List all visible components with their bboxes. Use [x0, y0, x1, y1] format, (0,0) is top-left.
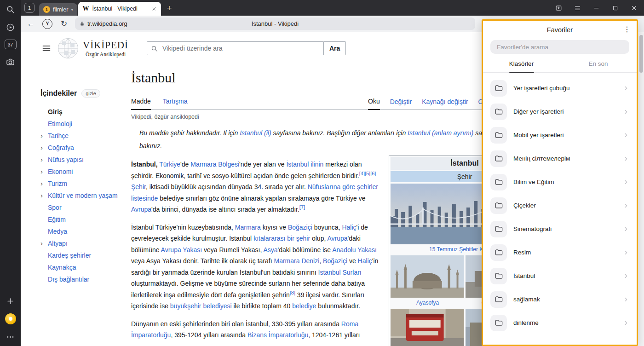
reference-link[interactable]: [8]	[290, 290, 295, 295]
minimize-icon[interactable]	[593, 5, 600, 12]
video-icon[interactable]	[5, 22, 16, 33]
toc-item[interactable]: ›Turizm	[40, 178, 131, 190]
wiki-link[interactable]: Türkiye	[159, 161, 180, 168]
toc-item[interactable]: Medya	[40, 225, 131, 237]
toc-hide-button[interactable]: gizle	[81, 89, 100, 98]
favorites-tab-klasörler[interactable]: Klasörler	[483, 60, 560, 72]
kebab-menu-icon[interactable]: ⋮	[623, 25, 631, 34]
toc-item[interactable]: ›Tarihçe	[40, 130, 131, 142]
toc-expand-icon[interactable]: ›	[40, 239, 43, 247]
toc-item[interactable]: Eğitim	[40, 213, 131, 225]
folder-item[interactable]: Bilim ve Eğitim	[483, 170, 637, 194]
wiki-link[interactable]: Marmara Denizi	[274, 257, 320, 265]
more-options-icon[interactable]	[5, 331, 16, 342]
toc-item[interactable]: ›Ekonomi	[40, 166, 131, 178]
toc-item[interactable]: ›Altyapı	[40, 237, 131, 249]
wiki-link[interactable]: Anadolu Yakası	[332, 246, 377, 254]
wikipedia-globe-logo[interactable]	[58, 38, 79, 59]
tab-counter[interactable]: 1	[24, 3, 34, 13]
active-tab[interactable]: W İstanbul - Vikipedi	[78, 2, 161, 16]
wiki-link[interactable]: belediye	[292, 302, 316, 310]
new-tab-button[interactable]: +	[167, 4, 172, 12]
hamburger-menu-icon[interactable]	[42, 44, 51, 53]
wiki-link[interactable]: İstanbul (anlam ayrımı)	[408, 129, 473, 137]
wiki-link[interactable]: Haliç	[358, 257, 372, 265]
wiki-link[interactable]: İstanbul (il)	[240, 129, 271, 137]
wiki-link[interactable]: Marmara	[235, 224, 261, 231]
page-scrollbar[interactable]	[638, 32, 644, 346]
toc-expand-icon[interactable]: ›	[40, 167, 43, 175]
reference-link[interactable]: [7]	[299, 204, 305, 210]
folder-item[interactable]: İstanbul	[483, 264, 637, 288]
wiki-link[interactable]: Avrupa	[327, 235, 347, 242]
favorites-tab-en-son[interactable]: En son	[560, 60, 637, 72]
toc-item[interactable]: Dış bağlantılar	[40, 273, 131, 285]
wiki-link[interactable]: Bizans İmparatorluğu	[247, 331, 308, 339]
toc-item[interactable]: Kardeş şehirler	[40, 249, 131, 261]
wiki-search-button[interactable]: Ara	[324, 41, 346, 55]
reference-link[interactable]: [4][5][6]	[359, 171, 376, 176]
folder-item[interactable]: Yer işaretleri çubuğu	[483, 76, 637, 100]
back-icon[interactable]: ←	[24, 19, 37, 29]
page-tab-madde[interactable]: Madde	[131, 98, 151, 110]
wiki-link[interactable]: Asya	[263, 246, 277, 254]
page-tab-değiştir[interactable]: Değiştir	[390, 98, 412, 110]
folder-item[interactable]: Mobil yer işaretleri	[483, 123, 637, 147]
wiki-link[interactable]: İstanbul ilinin	[286, 161, 323, 168]
scrollbar-thumb[interactable]	[639, 35, 643, 73]
downloads-icon[interactable]	[555, 5, 562, 12]
tab-group-filmler[interactable]: 1 filmler ▾	[39, 3, 77, 16]
wiki-search-box[interactable]	[147, 41, 324, 55]
toc-item[interactable]: ›Kültür ve modern yaşam	[40, 190, 131, 202]
wiki-link[interactable]: Avrupa	[131, 206, 151, 213]
refresh-icon[interactable]: ↻	[58, 19, 70, 29]
toc-expand-icon[interactable]: ›	[40, 191, 43, 199]
maximize-icon[interactable]	[612, 5, 619, 12]
page-tab-tartışma[interactable]: Tartışma	[163, 98, 188, 110]
folder-item[interactable]: dinlenme	[483, 311, 637, 334]
toc-item[interactable]: Etimoloji	[40, 118, 131, 130]
toc-expand-icon[interactable]: ›	[40, 179, 43, 187]
wiki-link[interactable]: büyükşehir belediyesi	[170, 302, 232, 310]
toc-item[interactable]: Giriş	[40, 106, 131, 118]
wiki-link[interactable]: Boğaziçi	[288, 224, 312, 231]
toc-item[interactable]: Kaynakça	[40, 261, 131, 273]
wiki-link[interactable]: Marmara Bölgesi	[190, 161, 239, 168]
folder-item[interactable]: Sinematografi	[483, 217, 637, 241]
notifications-count-badge[interactable]: 37	[5, 40, 17, 49]
favorites-search[interactable]	[490, 40, 629, 54]
toc-item[interactable]: ›Coğrafya	[40, 142, 131, 154]
wiki-link[interactable]: Şehir	[131, 183, 146, 190]
toc-expand-icon[interactable]: ›	[40, 144, 43, 151]
search-icon[interactable]	[5, 4, 16, 15]
folder-item[interactable]: Çiçekler	[483, 194, 637, 217]
address-bar[interactable]: tr.wikipedia.org İstanbul - Vikipedi	[75, 17, 475, 30]
wiki-search-input[interactable]	[161, 44, 323, 52]
wiki-link[interactable]: Haliç	[342, 224, 356, 231]
wiki-link[interactable]: Boğaziçi	[323, 257, 347, 265]
folder-item[interactable]: sağlamak	[483, 288, 637, 311]
camera-icon[interactable]	[5, 56, 16, 67]
folder-item[interactable]: Менің сілтемелерім	[483, 147, 637, 170]
page-tab-oku[interactable]: Oku	[368, 98, 380, 110]
wiki-link[interactable]: Avrupa Yakası	[161, 246, 202, 254]
infobox-caption-ayasofya[interactable]: Ayasofya	[391, 298, 465, 307]
infobox-image-ayasofya[interactable]	[391, 255, 464, 298]
toc-expand-icon[interactable]: ›	[40, 156, 43, 163]
yandex-button[interactable]: Y	[41, 19, 54, 29]
close-tab-icon[interactable]	[151, 6, 157, 12]
folder-item[interactable]: Resim	[483, 241, 637, 264]
add-panel-icon[interactable]	[5, 295, 16, 306]
toc-item[interactable]: Spor	[40, 202, 131, 213]
folder-item[interactable]: Diğer yer işaretleri	[483, 100, 637, 123]
close-window-icon[interactable]	[631, 5, 638, 12]
wikipedia-wordmark[interactable]: VİKİPEDİ Özgür Ansiklopedi	[83, 40, 128, 57]
page-tab-kaynağı-değiştir[interactable]: Kaynağı değiştir	[422, 98, 468, 110]
wiki-link[interactable]: İstanbul Surları	[318, 269, 362, 276]
alice-icon[interactable]	[5, 313, 16, 324]
toc-item[interactable]: ›Nüfus yapısı	[40, 154, 131, 166]
toc-expand-icon[interactable]: ›	[40, 132, 43, 139]
wiki-link[interactable]: kıtalararası bir şehir	[253, 235, 310, 242]
favorites-search-input[interactable]	[496, 43, 624, 51]
infobox-image-tram[interactable]	[391, 309, 464, 346]
